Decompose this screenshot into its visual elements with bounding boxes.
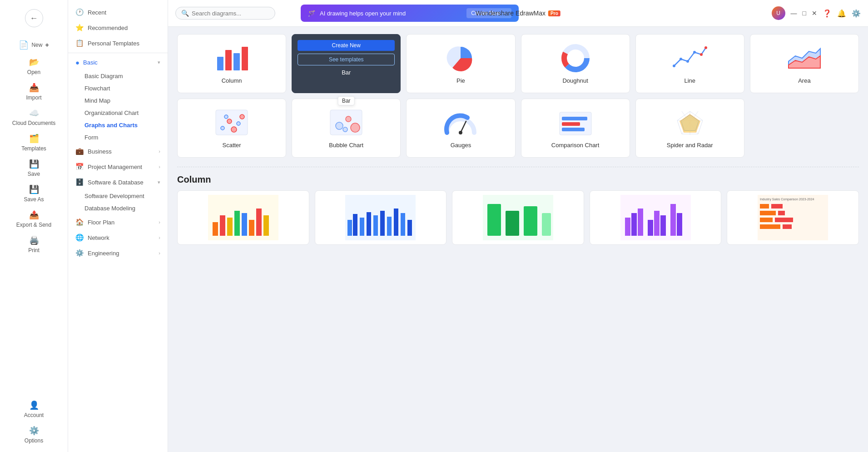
sidebar-item-templates[interactable]: 🗂️ Templates [0,130,68,155]
diagram-card-bar[interactable]: Create New See templates Bar Bar [292,34,401,93]
gauges-label: Gauges [451,142,471,149]
notification-icon[interactable]: 🔔 [837,9,846,18]
svg-rect-2 [233,53,240,70]
svg-rect-84 [760,224,780,229]
engineering-chevron: › [159,250,160,256]
basic-label: Basic [83,59,98,66]
svg-rect-48 [249,220,254,236]
diagram-card-bubble[interactable]: Bubble Chart [292,99,401,158]
account-label: Account [24,412,44,418]
sidebar-item-engineering[interactable]: ⚙️ Engineering › [68,245,168,261]
svg-rect-53 [353,214,357,236]
svg-rect-32 [562,128,585,131]
create-new-button[interactable]: Create New [298,40,395,51]
sidebar-item-recommended[interactable]: ⭐ Recommended [68,20,168,35]
sidebar-item-export[interactable]: 📤 Export & Send [0,206,68,232]
sidebar-item-software[interactable]: 🗄️ Software & Database ▾ [68,174,168,190]
diagram-grid: Column Create New See templates Bar Bar [177,34,859,158]
svg-rect-57 [380,211,385,236]
sidebar-sub-basic-diagram[interactable]: Basic Diagram [68,70,168,82]
svg-point-27 [343,127,347,132]
sidebar-sub-mindmap[interactable]: Mind Map [68,94,168,107]
sidebar-sub-orgchart[interactable]: Organizational Chart [68,107,168,119]
diagram-card-pie[interactable]: Pie [406,34,515,93]
sidebar-item-personal[interactable]: 📋 Personal Templates [68,35,168,51]
svg-rect-54 [360,218,364,236]
maximize-button[interactable]: □ [803,10,806,17]
svg-point-21 [237,122,240,125]
template-card-3[interactable] [452,190,584,245]
diagram-card-area[interactable]: Area [750,34,859,93]
scatter-label: Scatter [222,142,241,149]
see-templates-button[interactable]: See templates [298,54,395,65]
sidebar-sub-graphs[interactable]: Graphs and Charts [68,119,168,131]
svg-rect-66 [542,213,551,236]
diagram-card-line[interactable]: Line [635,34,744,93]
options-label: Options [25,437,43,444]
sidebar-item-account[interactable]: 👤 Account [0,397,68,422]
templates-grid: Industry Sales Comparison 2023-2024 [177,190,859,245]
svg-rect-71 [648,220,653,236]
diagram-card-doughnut[interactable]: Doughnut [521,34,630,93]
sidebar-item-recent[interactable]: 🕐 Recent [68,5,168,20]
sidebar-item-project[interactable]: 📅 Project Management › [68,159,168,174]
template-card-5[interactable]: Industry Sales Comparison 2023-2024 [727,190,859,245]
sidebar-item-network[interactable]: 🌐 Network › [68,230,168,245]
svg-rect-80 [760,211,776,215]
sidebar-item-print[interactable]: 🖨️ Print [0,232,68,257]
sidebar-item-save[interactable]: 💾 Save [0,155,68,181]
svg-rect-63 [487,204,501,236]
help-icon[interactable]: ❓ [823,9,832,18]
template-card-1[interactable] [177,190,309,245]
svg-point-28 [459,131,462,134]
search-input[interactable] [192,10,269,17]
sidebar-item-open[interactable]: 📂 Open [0,54,68,79]
floor-chevron: › [159,219,160,225]
diagram-card-column[interactable]: Column [177,34,286,93]
svg-point-19 [231,127,237,132]
open-icon: 📂 [29,57,39,67]
engineering-icon: ⚙️ [75,249,84,257]
area-chart-icon [786,42,823,74]
sidebar-sub-form[interactable]: Form [68,131,168,144]
diagram-card-gauges[interactable]: Gauges [406,99,515,158]
close-button[interactable]: ✕ [812,10,817,17]
sidebar-sub-software-dev[interactable]: Software Development [68,190,168,202]
svg-rect-65 [524,206,537,236]
import-icon: 📥 [29,83,39,93]
svg-rect-59 [394,209,398,236]
svg-rect-1 [225,50,232,70]
minimize-button[interactable]: — [791,10,797,17]
diagram-card-spider[interactable]: Spider and Radar [635,99,744,158]
svg-rect-81 [778,211,785,215]
diagram-card-scatter[interactable]: Scatter [177,99,286,158]
sidebar-item-import[interactable]: 📥 Import [0,79,68,104]
engineering-label: Engineering [88,250,119,257]
sidebar-item-floor[interactable]: 🏠 Floor Plan › [68,214,168,230]
avatar[interactable]: U [772,6,785,20]
sidebar-sub-db-modeling[interactable]: Database Modeling [68,202,168,214]
sidebar-item-saveas[interactable]: 💾 Save As [0,181,68,206]
svg-rect-73 [660,215,666,236]
sidebar-item-basic[interactable]: ● Basic ▾ [68,55,168,70]
sidebar-item-options[interactable]: ⚙️ Options [0,422,68,447]
sidebar-item-cloud[interactable]: ☁️ Cloud Documents [0,104,68,130]
back-button[interactable]: ← [25,9,43,27]
sidebar-item-business[interactable]: 💼 Business › [68,144,168,159]
app-name: Wondershare EdrawMax [476,10,546,17]
saveas-icon: 💾 [29,184,39,194]
template-card-4[interactable] [590,190,722,245]
svg-marker-40 [680,114,700,132]
business-chevron: › [159,149,160,154]
diagram-card-comparison[interactable]: Comparison Chart [521,99,630,158]
doughnut-chart-icon [557,42,594,74]
template-card-2[interactable] [315,190,447,245]
column-label: Column [222,77,242,84]
sidebar-item-new[interactable]: 📄 New + [0,36,68,54]
search-box[interactable]: 🔍 [175,7,275,20]
recent-label: Recent [88,9,106,16]
svg-rect-61 [407,220,412,236]
settings-icon[interactable]: ⚙️ [852,9,861,18]
sidebar-sub-flowchart[interactable]: Flowchart [68,82,168,94]
cloud-label: Cloud Documents [12,120,55,126]
